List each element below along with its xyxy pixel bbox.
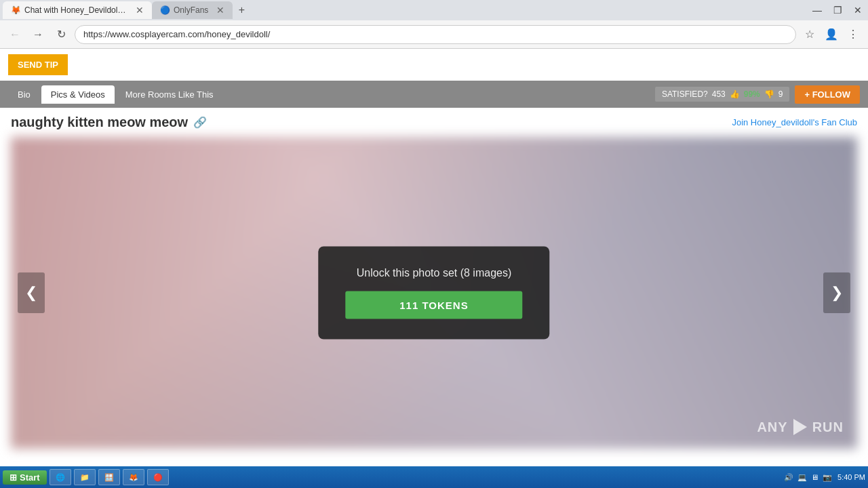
forward-button[interactable]: → [28, 25, 47, 44]
watermark-any-text: ANY [757, 420, 787, 435]
url-text: https://www.cosplayercam.com/honey_devil… [83, 29, 787, 39]
refresh-button[interactable]: ↻ [52, 25, 71, 44]
camera-icon[interactable]: 📷 [823, 473, 832, 482]
thumbs-up-icon: 👍 [730, 89, 740, 99]
tab-1-favicon: 🦊 [11, 5, 20, 15]
menu-button[interactable]: ⋮ [844, 25, 863, 44]
tab-1-close[interactable]: ✕ [136, 5, 144, 16]
close-button[interactable]: ✕ [850, 3, 865, 18]
tab-2[interactable]: 🔵 OnlyFans ✕ [152, 1, 233, 19]
title-bar: 🦊 Chat with Honey_Devildoll in a Live / … [0, 0, 868, 20]
taskbar: ⊞ Start 🌐 📁 🪟 🦊 🔴 🔊 💻 🖥 [0, 466, 868, 488]
volume-icon[interactable]: 🔊 [784, 473, 793, 482]
room-title-container: naughty kitten meow meow 🔗 [11, 115, 207, 130]
page-content: SEND TIP Bio Pics & Videos More Rooms Li… [0, 49, 868, 466]
satisfied-count: 453 [712, 89, 726, 99]
next-image-button[interactable]: ❯ [823, 272, 850, 313]
minimize-button[interactable]: — [810, 3, 825, 18]
back-button[interactable]: ← [5, 25, 24, 44]
page-tabs-left: Bio Pics & Videos More Rooms Like This [8, 85, 223, 104]
taskbar-app-firefox[interactable]: 🦊 [123, 469, 144, 485]
external-link-icon[interactable]: 🔗 [193, 116, 207, 129]
profile-icon[interactable]: 👤 [822, 25, 841, 44]
tab-1[interactable]: 🦊 Chat with Honey_Devildoll in a Live / … [3, 1, 152, 19]
taskbar-app-ie[interactable]: 🌐 [50, 469, 71, 485]
browser-frame: 🦊 Chat with Honey_Devildoll in a Live / … [0, 0, 868, 488]
tab-bio[interactable]: Bio [8, 85, 40, 104]
alert-icon: 🔴 [153, 473, 163, 482]
tab-1-title: Chat with Honey_Devildoll in a Live / [24, 5, 127, 15]
bookmark-button[interactable]: ☆ [800, 25, 819, 44]
taskbar-app-windows[interactable]: 🪟 [98, 469, 120, 485]
system-tray-icons: 🔊 💻 🖥 📷 [784, 473, 832, 482]
watermark-play-icon [793, 419, 807, 435]
satisfied-percent: 99% [744, 89, 760, 99]
follow-button[interactable]: + FOLLOW [795, 85, 860, 104]
image-container: ❮ Unlock this photo set (8 images) 111 T… [11, 137, 857, 449]
page-tabs-row: Bio Pics & Videos More Rooms Like This S… [0, 81, 868, 108]
page-tabs-right: SATISFIED? 453 👍 99% 👎 9 + FOLLOW [655, 85, 860, 104]
address-bar[interactable]: https://www.cosplayercam.com/honey_devil… [75, 25, 796, 44]
tab-pics-videos[interactable]: Pics & Videos [41, 85, 115, 104]
taskbar-time: 5:40 PM [837, 473, 865, 481]
satisfied-badge: SATISFIED? 453 👍 99% 👎 9 [655, 87, 790, 102]
display-icon[interactable]: 🖥 [811, 473, 818, 481]
tab-2-favicon: 🔵 [160, 5, 170, 15]
prev-image-button[interactable]: ❮ [18, 272, 45, 313]
content-area: naughty kitten meow meow 🔗 Join Honey_de… [0, 108, 868, 455]
windows-icon: 🪟 [104, 473, 114, 482]
unlock-description: Unlock this photo set (8 images) [345, 267, 522, 279]
taskbar-right: 🔊 💻 🖥 📷 5:40 PM [784, 473, 865, 482]
windows-logo-icon: ⊞ [9, 472, 17, 483]
network-icon[interactable]: 💻 [797, 473, 807, 482]
anyrun-watermark: ANY RUN [757, 419, 844, 435]
ie-icon: 🌐 [56, 473, 65, 482]
send-tip-button[interactable]: SEND TIP [8, 54, 68, 75]
firefox-icon: 🦊 [129, 473, 138, 482]
taskbar-app-alert[interactable]: 🔴 [147, 469, 169, 485]
thumbs-down-icon: 👎 [764, 89, 774, 99]
tab-2-close[interactable]: ✕ [216, 5, 224, 16]
room-title-text: naughty kitten meow meow [11, 115, 188, 130]
window-controls: — ❐ ✕ [810, 3, 865, 18]
start-button[interactable]: ⊞ Start [3, 470, 47, 485]
unlock-button[interactable]: 111 TOKENS [345, 291, 522, 319]
start-label: Start [20, 472, 40, 483]
folder-icon: 📁 [80, 473, 90, 482]
nav-bar: ← → ↻ https://www.cosplayercam.com/honey… [0, 20, 868, 49]
taskbar-left: ⊞ Start 🌐 📁 🪟 🦊 🔴 [3, 469, 169, 485]
tab-2-title: OnlyFans [174, 5, 208, 15]
tab-more-rooms[interactable]: More Rooms Like This [116, 85, 223, 104]
taskbar-app-folder[interactable]: 📁 [74, 469, 96, 485]
tabs-container: 🦊 Chat with Honey_Devildoll in a Live / … [3, 1, 250, 19]
maximize-button[interactable]: ❐ [830, 3, 845, 18]
watermark-run-text: RUN [812, 420, 844, 435]
dislike-count: 9 [778, 89, 783, 99]
nav-action-icons: ☆ 👤 ⋮ [800, 25, 863, 44]
satisfied-label: SATISFIED? [662, 89, 708, 99]
unlock-modal: Unlock this photo set (8 images) 111 TOK… [318, 247, 549, 340]
fan-club-link[interactable]: Join Honey_devildoll's Fan Club [732, 117, 857, 127]
new-tab-button[interactable]: + [233, 1, 250, 19]
room-title-row: naughty kitten meow meow 🔗 Join Honey_de… [11, 115, 857, 130]
